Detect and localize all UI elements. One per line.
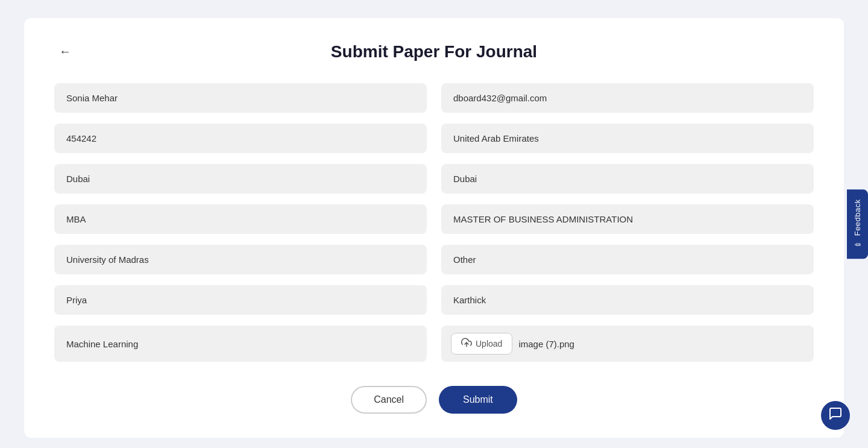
feedback-tab-wrapper: ✏ Feedback xyxy=(847,189,868,259)
code-field[interactable] xyxy=(54,124,427,153)
university-field[interactable] xyxy=(54,245,427,274)
back-arrow: ← xyxy=(59,45,71,58)
category-field[interactable] xyxy=(441,245,814,274)
feedback-label: Feedback xyxy=(853,199,862,236)
city-right-field[interactable] xyxy=(441,164,814,194)
form-actions: Cancel Submit xyxy=(54,386,814,414)
chat-icon xyxy=(828,406,843,424)
upload-field: Upload image (7).png xyxy=(441,326,814,362)
country-field[interactable] xyxy=(441,124,814,153)
back-button[interactable]: ← xyxy=(54,42,76,61)
upload-icon xyxy=(461,337,472,350)
upload-button[interactable]: Upload xyxy=(451,333,512,355)
file-name: image (7).png xyxy=(518,339,574,349)
first-name-field[interactable] xyxy=(54,285,427,315)
form-container: ← Submit Paper For Journal xyxy=(24,18,844,438)
cancel-button[interactable]: Cancel xyxy=(351,386,427,414)
email-field[interactable] xyxy=(441,83,814,113)
feedback-pencil-icon: ✏ xyxy=(853,239,862,249)
form-grid: Upload image (7).png xyxy=(54,83,814,362)
last-name-field[interactable] xyxy=(441,285,814,315)
degree-field[interactable] xyxy=(54,204,427,234)
page-title: Submit Paper For Journal xyxy=(54,42,814,62)
upload-button-label: Upload xyxy=(476,339,502,349)
feedback-tab[interactable]: ✏ Feedback xyxy=(847,189,868,259)
city-left-field[interactable] xyxy=(54,164,427,194)
submit-button[interactable]: Submit xyxy=(439,386,517,414)
topic-field[interactable] xyxy=(54,326,427,362)
degree-full-field[interactable] xyxy=(441,204,814,234)
name-field[interactable] xyxy=(54,83,427,113)
chat-button[interactable] xyxy=(821,401,850,430)
